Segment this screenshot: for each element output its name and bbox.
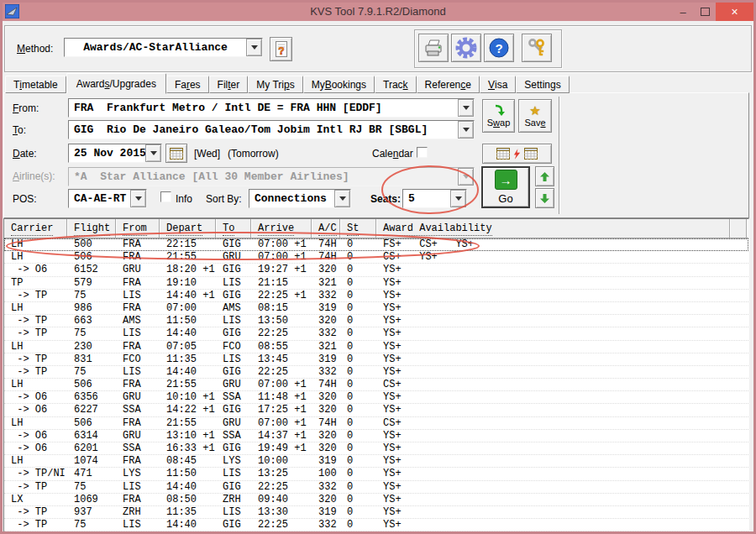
- column-header[interactable]: Award Availability: [376, 219, 730, 238]
- tab-fares[interactable]: Fares: [166, 76, 209, 93]
- help-button[interactable]: ?: [484, 34, 514, 62]
- tab-my-trips[interactable]: My Trips: [248, 76, 302, 93]
- pos-label: POS:: [13, 193, 37, 205]
- tab-timetable[interactable]: Timetable: [5, 76, 66, 93]
- table-row[interactable]: LH986FRA07:00AMS08:153190YS+: [4, 302, 748, 315]
- table-cell: FRA: [116, 277, 160, 289]
- table-cell: 17:25 +1: [251, 404, 312, 416]
- sortby-combobox[interactable]: Connections: [249, 189, 351, 208]
- table-row[interactable]: LH500FRA22:15GIG07:00 +174H0FS+ CS+ YS+: [4, 238, 748, 251]
- table-row[interactable]: -> O66152GRU18:20 +1GIG19:27 +13200YS+: [4, 264, 748, 276]
- close-button[interactable]: ×: [716, 3, 753, 21]
- table-row[interactable]: LH506FRA21:55GRU07:00 +174H0CS+: [4, 417, 748, 430]
- sortby-dropdown-arrow[interactable]: [334, 190, 350, 207]
- table-cell: FRA: [116, 494, 160, 505]
- table-row[interactable]: -> TP75LIS14:40GIG22:253320YS+: [4, 481, 748, 494]
- table-row[interactable]: -> TP75LIS14:40GIG22:253320YS+: [4, 366, 748, 379]
- table-cell: 320: [312, 430, 340, 442]
- column-header[interactable]: Carrier: [4, 219, 67, 238]
- settings-button[interactable]: [451, 34, 481, 62]
- svg-text:?: ?: [495, 41, 502, 55]
- tab-my-bookings[interactable]: My Bookings: [303, 76, 375, 93]
- calendar-checkbox[interactable]: [417, 147, 428, 158]
- table-cell: GRU: [216, 251, 251, 263]
- date-dropdown-arrow[interactable]: [145, 144, 161, 162]
- table-row[interactable]: -> TP75LIS14:40GIG22:253320YS+: [4, 519, 748, 531]
- table-row[interactable]: -> TP/NI471LYS11:50LIS13:251000YS+: [4, 468, 748, 480]
- to-dropdown-arrow[interactable]: [458, 121, 474, 139]
- tab-awards-upgrades[interactable]: Awards/Upgrades: [66, 73, 166, 94]
- table-row[interactable]: -> TP663AMS11:50LIS13:503200YS+: [4, 315, 748, 327]
- table-cell: 13:50: [251, 315, 312, 327]
- table-cell: 320: [312, 264, 340, 275]
- column-header[interactable]: To: [216, 219, 251, 238]
- table-row[interactable]: TP579FRA19:10LIS21:153210YS+: [4, 277, 748, 290]
- table-cell: 506: [67, 251, 116, 263]
- table-row[interactable]: -> TP831FCO11:35LIS13:453190YS+: [4, 353, 748, 366]
- column-header[interactable]: Arrive: [251, 219, 312, 238]
- date-combobox[interactable]: 25 Nov 2015: [68, 144, 162, 163]
- table-cell: 506: [67, 379, 116, 390]
- from-dropdown-arrow[interactable]: [458, 99, 474, 117]
- table-row[interactable]: -> O66201SSA16:33 +1GIG19:49 +13200YS+: [4, 442, 748, 455]
- table-cell: 21:55: [160, 379, 216, 390]
- print-button[interactable]: [418, 34, 449, 62]
- table-cell: YS+: [376, 290, 730, 301]
- column-header[interactable]: From: [116, 219, 160, 238]
- calendar-picker-button[interactable]: [165, 144, 187, 163]
- column-header[interactable]: St: [340, 219, 376, 238]
- tab-filter[interactable]: Filter: [209, 76, 249, 93]
- go-button[interactable]: → Go: [481, 166, 530, 208]
- method-help-button[interactable]: ?: [270, 37, 292, 61]
- tab-reference[interactable]: Reference: [417, 76, 480, 93]
- save-button[interactable]: ★ Save: [518, 99, 552, 133]
- table-cell: 0: [340, 315, 376, 327]
- from-combobox[interactable]: FRA Frankfurt Metro / Intl DE = FRA HHN …: [68, 98, 475, 118]
- method-dropdown-arrow[interactable]: [246, 39, 262, 56]
- table-cell: 74H: [312, 379, 340, 390]
- pos-dropdown-arrow[interactable]: [130, 190, 146, 207]
- table-row[interactable]: LH230FRA07:05FCO08:553210YS+: [4, 341, 748, 353]
- move-down-button[interactable]: [535, 188, 554, 208]
- maximize-button[interactable]: [694, 3, 716, 21]
- table-row[interactable]: LH506FRA21:55GRU07:00 +174H0CS+ YS+: [4, 251, 748, 264]
- table-row[interactable]: -> TP937ZRH11:35LIS13:303190YS+: [4, 506, 748, 519]
- tab-track[interactable]: Track: [375, 76, 417, 93]
- swap-button[interactable]: Swap: [482, 99, 515, 133]
- table-row[interactable]: LH506FRA21:55GRU07:00 +174H0CS+: [4, 379, 748, 391]
- table-cell: 19:10: [160, 277, 216, 289]
- table-cell: -> TP: [4, 519, 67, 531]
- table-cell: YS+: [376, 506, 730, 518]
- seats-combobox[interactable]: 5: [402, 189, 467, 208]
- table-cell: 18:20 +1: [160, 264, 216, 275]
- column-header[interactable]: Flight: [67, 219, 116, 238]
- column-header[interactable]: Depart: [160, 219, 216, 238]
- pos-combobox[interactable]: CA-AE-RT: [68, 189, 147, 208]
- table-row[interactable]: -> O66227SSA14:22 +1GIG17:25 +13200YS+: [4, 404, 748, 416]
- table-cell: 0: [340, 481, 376, 493]
- table-row[interactable]: -> TP75LIS14:40 +1GIG22:25 +13320YS+: [4, 290, 748, 302]
- tab-visa[interactable]: Visa: [480, 76, 516, 93]
- table-cell: 75: [67, 519, 116, 531]
- info-label: Info: [176, 193, 192, 205]
- table-cell: 332: [312, 290, 340, 301]
- to-combobox[interactable]: GIG Rio De Janeiro Galeao/Tom Jobim Intl…: [68, 120, 475, 139]
- table-row[interactable]: -> O66314GRU13:10 +1SSA14:37 +13200YS+: [4, 430, 748, 442]
- seats-dropdown-arrow[interactable]: [450, 190, 466, 207]
- method-combobox[interactable]: Awards/AC-StarAlliance: [64, 38, 263, 57]
- info-checkbox[interactable]: [160, 191, 171, 202]
- move-up-button[interactable]: [535, 166, 554, 186]
- column-header[interactable]: [730, 219, 747, 238]
- minimize-button[interactable]: –: [672, 3, 694, 21]
- table-row[interactable]: LX1069FRA08:50ZRH09:403200YS+: [4, 494, 748, 506]
- multi-calendar-button[interactable]: [482, 144, 552, 164]
- tab-settings[interactable]: Settings: [516, 76, 569, 93]
- table-row[interactable]: -> TP75LIS14:40GIG22:253320YS+: [4, 327, 748, 340]
- registration-button[interactable]: [522, 34, 552, 62]
- swap-arrow-icon: [492, 104, 505, 117]
- table-cell: 14:40: [160, 481, 216, 493]
- table-row[interactable]: LH1074FRA08:45LYS10:003190YS+: [4, 455, 748, 468]
- table-row[interactable]: -> O66356GRU10:10 +1SSA11:48 +13200YS+: [4, 391, 748, 404]
- sortby-value: Connections: [249, 190, 334, 207]
- column-header[interactable]: A/C: [312, 219, 340, 238]
